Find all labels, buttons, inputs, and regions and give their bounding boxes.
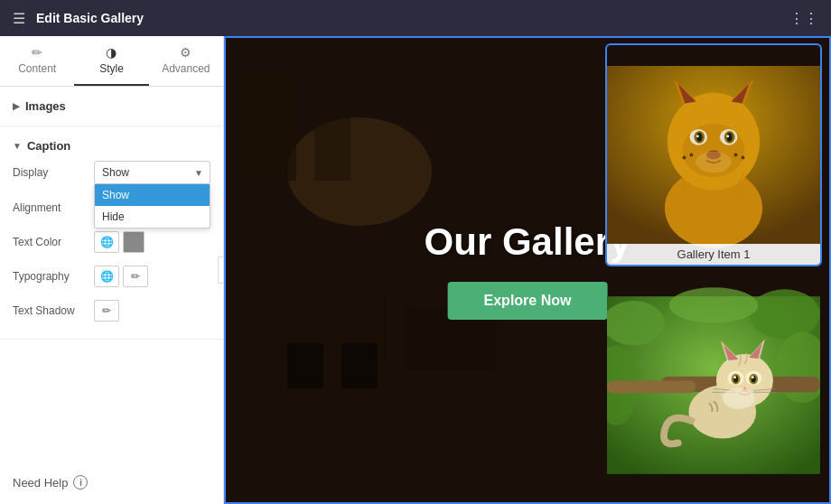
display-row: Display Show Hide ▼ Show Hide [13, 154, 210, 191]
text-color-controls: 🌐 [94, 231, 210, 253]
dropdown-item-hide[interactable]: Hide [95, 206, 210, 228]
tab-style[interactable]: ◑ Style [74, 36, 148, 86]
gallery-item-2[interactable] [605, 274, 822, 497]
text-shadow-label: Text Shadow [13, 304, 94, 317]
text-shadow-controls: ✏ [94, 300, 210, 322]
svg-point-60 [723, 387, 754, 409]
svg-rect-4 [287, 343, 323, 388]
text-shadow-edit-button[interactable]: ✏ [94, 300, 119, 322]
need-help-label: Need Help [13, 476, 68, 490]
gallery-item-1[interactable]: Gallery Item 1 [605, 43, 822, 266]
images-arrow-icon: ▶ [13, 101, 20, 111]
svg-point-24 [696, 135, 699, 137]
hamburger-icon[interactable]: ☰ [13, 10, 25, 27]
grid-icon[interactable]: ⋮⋮ [789, 10, 818, 27]
svg-point-31 [696, 152, 731, 173]
text-color-row: Text Color 🌐 [13, 225, 210, 259]
display-select-wrapper: Show Hide ▼ Show Hide [94, 161, 210, 184]
help-icon: i [73, 475, 88, 490]
cat-svg [607, 275, 820, 495]
display-controls: Show Hide ▼ Show Hide [94, 161, 210, 184]
explore-button[interactable]: Explore Now [448, 282, 608, 320]
text-color-label: Text Color [13, 236, 94, 248]
svg-point-27 [689, 154, 693, 157]
images-section-header[interactable]: ▶ Images [13, 98, 210, 115]
svg-point-35 [669, 287, 758, 322]
typography-row: Typography 🌐 ✏ [13, 259, 210, 294]
svg-rect-5 [341, 343, 378, 388]
tab-content-label: Content [18, 62, 56, 75]
advanced-tab-icon: ⚙ [180, 45, 191, 60]
collapse-handle[interactable]: ‹ [218, 257, 224, 284]
caption-section: ▼ Caption Display Show Hide ▼ Show [0, 126, 223, 340]
svg-point-25 [726, 135, 729, 137]
gallery-title: Our Gallery [425, 220, 631, 264]
svg-point-29 [734, 154, 738, 157]
svg-point-30 [741, 155, 744, 159]
top-bar-left: ☰ Edit Basic Gallery [13, 10, 144, 27]
gallery-images: Gallery Item 1 [605, 43, 822, 497]
typography-label: Typography [13, 270, 94, 283]
svg-rect-7 [242, 72, 296, 181]
svg-point-53 [733, 376, 736, 378]
images-section-label: Images [25, 99, 66, 113]
tab-advanced[interactable]: ⚙ Advanced [149, 36, 223, 86]
caption-section-header[interactable]: ▼ Caption [13, 137, 210, 154]
typography-edit-button[interactable]: ✏ [123, 266, 148, 287]
display-label: Display [13, 166, 94, 179]
display-select[interactable]: Show Hide [94, 161, 210, 184]
main-layout: ✏ Content ◑ Style ⚙ Advanced ▶ Images ▼ [0, 36, 831, 504]
gallery-item-1-label: Gallery Item 1 [607, 244, 820, 265]
content-tab-icon: ✏ [32, 45, 42, 60]
svg-point-34 [749, 289, 820, 339]
svg-rect-39 [607, 381, 696, 394]
tabs-bar: ✏ Content ◑ Style ⚙ Advanced [0, 36, 223, 87]
style-tab-icon: ◑ [106, 45, 117, 60]
need-help[interactable]: Need Help i [0, 461, 223, 504]
top-bar-title: Edit Basic Gallery [36, 11, 144, 25]
caption-arrow-icon: ▼ [13, 141, 22, 151]
svg-rect-8 [314, 90, 350, 181]
display-dropdown: Show Hide [94, 184, 210, 229]
text-color-globe-button[interactable]: 🌐 [94, 231, 119, 253]
svg-point-6 [287, 117, 432, 226]
typography-globe-button[interactable]: 🌐 [94, 266, 119, 287]
svg-point-28 [683, 155, 686, 159]
text-shadow-row: Text Shadow ✏ [13, 294, 210, 328]
caption-section-label: Caption [27, 139, 70, 153]
lion-svg [607, 45, 820, 265]
top-bar: ☰ Edit Basic Gallery ⋮⋮ [0, 0, 831, 36]
canvas-area: Our Gallery Explore Now [224, 36, 831, 504]
alignment-label: Alignment [13, 201, 94, 214]
svg-point-54 [752, 376, 754, 378]
tab-content[interactable]: ✏ Content [0, 36, 74, 86]
gallery-overlay: Our Gallery Explore Now [425, 220, 631, 320]
tab-style-label: Style [99, 62, 124, 75]
left-panel: ✏ Content ◑ Style ⚙ Advanced ▶ Images ▼ [0, 36, 224, 504]
text-color-swatch-button[interactable] [123, 231, 145, 253]
typography-controls: 🌐 ✏ [94, 266, 210, 287]
tab-advanced-label: Advanced [162, 62, 210, 75]
images-section: ▶ Images [0, 87, 223, 126]
dropdown-item-show[interactable]: Show [95, 184, 210, 206]
